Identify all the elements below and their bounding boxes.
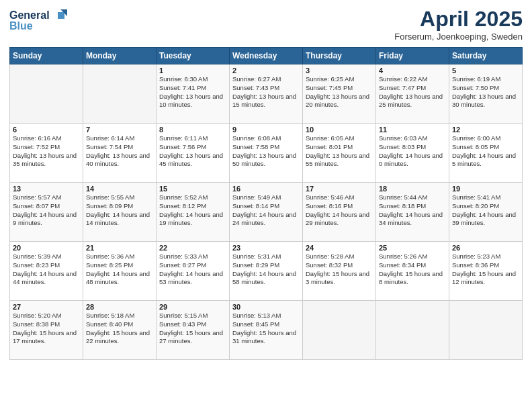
day-info: Sunrise: 5:20 AM Sunset: 8:38 PM Dayligh… bbox=[13, 312, 80, 346]
calendar-cell: 4Sunrise: 6:22 AM Sunset: 7:47 PM Daylig… bbox=[376, 64, 449, 124]
day-info: Sunrise: 6:22 AM Sunset: 7:47 PM Dayligh… bbox=[379, 75, 446, 109]
day-info: Sunrise: 5:52 AM Sunset: 8:12 PM Dayligh… bbox=[159, 193, 226, 228]
calendar-cell: 18Sunrise: 5:44 AM Sunset: 8:18 PM Dayli… bbox=[376, 183, 449, 242]
calendar-header-tuesday: Tuesday bbox=[157, 48, 230, 64]
calendar-header-sunday: Sunday bbox=[10, 48, 83, 64]
calendar-week-row: 13Sunrise: 5:57 AM Sunset: 8:07 PM Dayli… bbox=[10, 183, 523, 242]
calendar-cell: 29Sunrise: 5:15 AM Sunset: 8:43 PM Dayli… bbox=[157, 301, 230, 360]
calendar-cell bbox=[10, 64, 83, 124]
day-info: Sunrise: 5:23 AM Sunset: 8:36 PM Dayligh… bbox=[452, 253, 519, 287]
calendar-cell bbox=[449, 301, 523, 360]
day-info: Sunrise: 6:11 AM Sunset: 7:56 PM Dayligh… bbox=[159, 134, 226, 169]
day-info: Sunrise: 5:55 AM Sunset: 8:09 PM Dayligh… bbox=[86, 193, 153, 228]
day-number: 27 bbox=[13, 303, 80, 311]
day-number: 13 bbox=[13, 185, 80, 193]
calendar-cell: 3Sunrise: 6:25 AM Sunset: 7:45 PM Daylig… bbox=[303, 64, 376, 124]
calendar-week-row: 27Sunrise: 5:20 AM Sunset: 8:38 PM Dayli… bbox=[10, 301, 523, 360]
day-number: 9 bbox=[232, 126, 300, 134]
day-number: 23 bbox=[232, 244, 300, 252]
calendar-cell: 5Sunrise: 6:19 AM Sunset: 7:50 PM Daylig… bbox=[449, 64, 523, 124]
calendar-cell: 19Sunrise: 5:41 AM Sunset: 8:20 PM Dayli… bbox=[449, 183, 523, 242]
calendar-cell: 24Sunrise: 5:28 AM Sunset: 8:32 PM Dayli… bbox=[303, 242, 376, 301]
day-info: Sunrise: 5:33 AM Sunset: 8:27 PM Dayligh… bbox=[159, 253, 226, 287]
day-number: 8 bbox=[159, 126, 226, 134]
calendar-week-row: 6Sunrise: 6:16 AM Sunset: 7:52 PM Daylig… bbox=[10, 124, 523, 183]
day-info: Sunrise: 6:16 AM Sunset: 7:52 PM Dayligh… bbox=[13, 134, 80, 169]
calendar-week-row: 1Sunrise: 6:30 AM Sunset: 7:41 PM Daylig… bbox=[10, 64, 523, 124]
calendar-header-friday: Friday bbox=[376, 48, 449, 64]
day-info: Sunrise: 5:57 AM Sunset: 8:07 PM Dayligh… bbox=[13, 193, 80, 228]
calendar-cell: 9Sunrise: 6:08 AM Sunset: 7:58 PM Daylig… bbox=[230, 124, 303, 183]
calendar-week-row: 20Sunrise: 5:39 AM Sunset: 8:23 PM Dayli… bbox=[10, 242, 523, 301]
day-info: Sunrise: 6:27 AM Sunset: 7:43 PM Dayligh… bbox=[232, 75, 300, 109]
day-info: Sunrise: 5:15 AM Sunset: 8:43 PM Dayligh… bbox=[159, 312, 226, 346]
header: General Blue April 2025 Forserum, Joenko… bbox=[9, 7, 523, 42]
day-info: Sunrise: 5:31 AM Sunset: 8:29 PM Dayligh… bbox=[232, 253, 300, 287]
day-info: Sunrise: 6:14 AM Sunset: 7:54 PM Dayligh… bbox=[86, 134, 153, 169]
day-info: Sunrise: 6:00 AM Sunset: 8:05 PM Dayligh… bbox=[452, 134, 519, 169]
svg-marker-2 bbox=[58, 12, 64, 19]
calendar-cell: 15Sunrise: 5:52 AM Sunset: 8:12 PM Dayli… bbox=[157, 183, 230, 242]
calendar-header-row: SundayMondayTuesdayWednesdayThursdayFrid… bbox=[10, 48, 523, 64]
day-number: 2 bbox=[232, 66, 300, 75]
day-number: 12 bbox=[452, 126, 519, 134]
calendar-cell: 14Sunrise: 5:55 AM Sunset: 8:09 PM Dayli… bbox=[83, 183, 157, 242]
day-number: 16 bbox=[232, 185, 300, 193]
day-info: Sunrise: 5:13 AM Sunset: 8:45 PM Dayligh… bbox=[232, 312, 300, 346]
day-number: 28 bbox=[86, 303, 153, 311]
calendar-cell: 17Sunrise: 5:46 AM Sunset: 8:16 PM Dayli… bbox=[303, 183, 376, 242]
day-info: Sunrise: 6:05 AM Sunset: 8:01 PM Dayligh… bbox=[306, 134, 373, 169]
calendar-cell: 28Sunrise: 5:18 AM Sunset: 8:40 PM Dayli… bbox=[83, 301, 157, 360]
calendar-cell: 16Sunrise: 5:49 AM Sunset: 8:14 PM Dayli… bbox=[230, 183, 303, 242]
day-info: Sunrise: 5:49 AM Sunset: 8:14 PM Dayligh… bbox=[232, 193, 300, 228]
day-number: 20 bbox=[13, 244, 80, 252]
calendar-cell: 7Sunrise: 6:14 AM Sunset: 7:54 PM Daylig… bbox=[83, 124, 157, 183]
calendar-cell: 10Sunrise: 6:05 AM Sunset: 8:01 PM Dayli… bbox=[303, 124, 376, 183]
day-info: Sunrise: 6:08 AM Sunset: 7:58 PM Dayligh… bbox=[232, 134, 300, 169]
calendar-cell: 30Sunrise: 5:13 AM Sunset: 8:45 PM Dayli… bbox=[230, 301, 303, 360]
day-number: 3 bbox=[306, 66, 373, 75]
calendar-header-wednesday: Wednesday bbox=[230, 48, 303, 64]
calendar-cell: 26Sunrise: 5:23 AM Sunset: 8:36 PM Dayli… bbox=[449, 242, 523, 301]
day-info: Sunrise: 5:28 AM Sunset: 8:32 PM Dayligh… bbox=[306, 253, 373, 287]
calendar-cell: 13Sunrise: 5:57 AM Sunset: 8:07 PM Dayli… bbox=[10, 183, 83, 242]
calendar-cell: 25Sunrise: 5:26 AM Sunset: 8:34 PM Dayli… bbox=[376, 242, 449, 301]
calendar-cell: 21Sunrise: 5:36 AM Sunset: 8:25 PM Dayli… bbox=[83, 242, 157, 301]
day-info: Sunrise: 5:46 AM Sunset: 8:16 PM Dayligh… bbox=[306, 193, 373, 228]
day-number: 26 bbox=[452, 244, 519, 252]
day-number: 4 bbox=[379, 66, 446, 75]
logo: General Blue bbox=[9, 7, 70, 36]
day-number: 29 bbox=[159, 303, 226, 311]
day-number: 30 bbox=[232, 303, 300, 311]
day-info: Sunrise: 6:19 AM Sunset: 7:50 PM Dayligh… bbox=[452, 75, 519, 109]
calendar-cell: 12Sunrise: 6:00 AM Sunset: 8:05 PM Dayli… bbox=[449, 124, 523, 183]
day-number: 25 bbox=[379, 244, 446, 252]
calendar-cell: 23Sunrise: 5:31 AM Sunset: 8:29 PM Dayli… bbox=[230, 242, 303, 301]
day-number: 1 bbox=[159, 66, 226, 75]
calendar-cell bbox=[303, 301, 376, 360]
day-info: Sunrise: 6:03 AM Sunset: 8:03 PM Dayligh… bbox=[379, 134, 446, 169]
calendar-cell: 22Sunrise: 5:33 AM Sunset: 8:27 PM Dayli… bbox=[157, 242, 230, 301]
day-number: 15 bbox=[159, 185, 226, 193]
calendar-header-thursday: Thursday bbox=[303, 48, 376, 64]
calendar-cell: 20Sunrise: 5:39 AM Sunset: 8:23 PM Dayli… bbox=[10, 242, 83, 301]
calendar-cell: 11Sunrise: 6:03 AM Sunset: 8:03 PM Dayli… bbox=[376, 124, 449, 183]
calendar-header-saturday: Saturday bbox=[449, 48, 523, 64]
day-info: Sunrise: 6:25 AM Sunset: 7:45 PM Dayligh… bbox=[306, 75, 373, 109]
day-number: 10 bbox=[306, 126, 373, 134]
day-number: 11 bbox=[379, 126, 446, 134]
day-number: 21 bbox=[86, 244, 153, 252]
day-number: 6 bbox=[13, 126, 80, 134]
day-number: 19 bbox=[452, 185, 519, 193]
calendar-cell: 27Sunrise: 5:20 AM Sunset: 8:38 PM Dayli… bbox=[10, 301, 83, 360]
calendar-cell: 1Sunrise: 6:30 AM Sunset: 7:41 PM Daylig… bbox=[157, 64, 230, 124]
svg-text:Blue: Blue bbox=[9, 20, 33, 32]
logo-icon: General Blue bbox=[9, 7, 70, 34]
day-number: 14 bbox=[86, 185, 153, 193]
day-number: 7 bbox=[86, 126, 153, 134]
month-title: April 2025 bbox=[394, 7, 523, 32]
day-number: 24 bbox=[306, 244, 373, 252]
subtitle: Forserum, Joenkoeping, Sweden bbox=[394, 32, 523, 42]
day-number: 18 bbox=[379, 185, 446, 193]
day-info: Sunrise: 5:26 AM Sunset: 8:34 PM Dayligh… bbox=[379, 253, 446, 287]
